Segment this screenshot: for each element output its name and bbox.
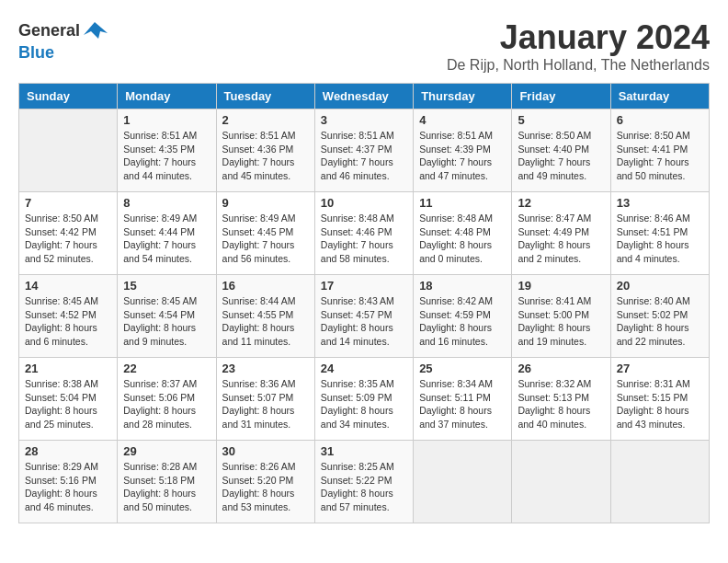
day-number: 18 (419, 279, 506, 293)
day-info: Sunrise: 8:49 AMSunset: 4:44 PMDaylight:… (123, 212, 210, 266)
day-number: 25 (419, 362, 506, 375)
calendar-cell: 16 Sunrise: 8:44 AMSunset: 4:55 PMDaylig… (216, 275, 314, 358)
calendar-cell: 15 Sunrise: 8:45 AMSunset: 4:54 PMDaylig… (118, 275, 216, 358)
day-info: Sunrise: 8:49 AMSunset: 4:45 PMDaylight:… (222, 212, 309, 266)
calendar-cell: 11 Sunrise: 8:48 AMSunset: 4:48 PMDaylig… (414, 192, 512, 275)
calendar-cell: 12 Sunrise: 8:47 AMSunset: 4:49 PMDaylig… (512, 192, 610, 275)
day-info: Sunrise: 8:50 AMSunset: 4:40 PMDaylight:… (518, 129, 604, 183)
calendar-cell: 18 Sunrise: 8:42 AMSunset: 4:59 PMDaylig… (414, 275, 512, 358)
day-number: 28 (25, 444, 111, 458)
day-number: 4 (419, 113, 506, 127)
day-number: 26 (518, 362, 604, 375)
calendar-cell (512, 441, 610, 523)
calendar-cell: 29 Sunrise: 8:28 AMSunset: 5:18 PMDaylig… (118, 441, 216, 523)
day-info: Sunrise: 8:25 AMSunset: 5:22 PMDaylight:… (321, 460, 407, 514)
day-info: Sunrise: 8:36 AMSunset: 5:07 PMDaylight:… (222, 377, 309, 431)
header-area: General Blue January 2024 De Rijp, North… (18, 18, 710, 74)
calendar-table: SundayMondayTuesdayWednesdayThursdayFrid… (18, 83, 710, 523)
calendar-cell: 22 Sunrise: 8:37 AMSunset: 5:06 PMDaylig… (118, 358, 216, 441)
day-number: 20 (617, 279, 703, 293)
day-number: 22 (123, 362, 210, 375)
calendar-cell: 26 Sunrise: 8:32 AMSunset: 5:13 PMDaylig… (512, 358, 610, 441)
calendar-cell: 20 Sunrise: 8:40 AMSunset: 5:02 PMDaylig… (610, 275, 709, 358)
calendar-cell: 19 Sunrise: 8:41 AMSunset: 5:00 PMDaylig… (512, 275, 610, 358)
week-row-4: 21 Sunrise: 8:38 AMSunset: 5:04 PMDaylig… (19, 358, 710, 441)
day-number: 5 (518, 113, 604, 127)
day-number: 24 (321, 362, 407, 375)
day-number: 13 (617, 196, 703, 210)
day-info: Sunrise: 8:50 AMSunset: 4:42 PMDaylight:… (25, 212, 111, 266)
calendar-cell: 1 Sunrise: 8:51 AMSunset: 4:35 PMDayligh… (118, 109, 216, 192)
day-number: 1 (123, 113, 210, 127)
day-info: Sunrise: 8:48 AMSunset: 4:48 PMDaylight:… (419, 212, 506, 266)
day-number: 17 (321, 279, 407, 293)
day-number: 31 (321, 444, 407, 458)
calendar-cell: 6 Sunrise: 8:50 AMSunset: 4:41 PMDayligh… (610, 109, 709, 192)
logo-bird-icon (82, 18, 108, 44)
calendar-cell: 13 Sunrise: 8:46 AMSunset: 4:51 PMDaylig… (610, 192, 709, 275)
title-area: January 2024 De Rijp, North Holland, The… (447, 18, 710, 74)
day-number: 27 (617, 362, 703, 375)
svg-marker-0 (84, 22, 108, 39)
calendar-cell (610, 441, 709, 523)
week-row-2: 7 Sunrise: 8:50 AMSunset: 4:42 PMDayligh… (19, 192, 710, 275)
day-info: Sunrise: 8:45 AMSunset: 4:52 PMDaylight:… (25, 294, 111, 349)
day-number: 10 (321, 196, 407, 210)
day-info: Sunrise: 8:43 AMSunset: 4:57 PMDaylight:… (321, 294, 407, 349)
weekday-header-thursday: Thursday (414, 84, 512, 109)
week-row-5: 28 Sunrise: 8:29 AMSunset: 5:16 PMDaylig… (19, 441, 710, 523)
calendar-cell: 23 Sunrise: 8:36 AMSunset: 5:07 PMDaylig… (216, 358, 314, 441)
day-number: 23 (222, 362, 309, 375)
day-number: 30 (222, 444, 309, 458)
day-info: Sunrise: 8:28 AMSunset: 5:18 PMDaylight:… (123, 460, 210, 514)
day-info: Sunrise: 8:38 AMSunset: 5:04 PMDaylight:… (25, 377, 111, 431)
day-info: Sunrise: 8:29 AMSunset: 5:16 PMDaylight:… (25, 460, 111, 514)
weekday-header-friday: Friday (512, 84, 610, 109)
calendar-cell: 27 Sunrise: 8:31 AMSunset: 5:15 PMDaylig… (610, 358, 709, 441)
calendar-cell: 30 Sunrise: 8:26 AMSunset: 5:20 PMDaylig… (216, 441, 314, 523)
calendar-cell: 2 Sunrise: 8:51 AMSunset: 4:36 PMDayligh… (216, 109, 314, 192)
calendar-cell: 25 Sunrise: 8:34 AMSunset: 5:11 PMDaylig… (414, 358, 512, 441)
calendar-cell (414, 441, 512, 523)
day-info: Sunrise: 8:46 AMSunset: 4:51 PMDaylight:… (617, 212, 703, 266)
weekday-header-tuesday: Tuesday (216, 84, 314, 109)
calendar-cell: 31 Sunrise: 8:25 AMSunset: 5:22 PMDaylig… (314, 441, 413, 523)
calendar-cell: 17 Sunrise: 8:43 AMSunset: 4:57 PMDaylig… (314, 275, 413, 358)
calendar-cell: 3 Sunrise: 8:51 AMSunset: 4:37 PMDayligh… (314, 109, 413, 192)
logo-text-general: General (18, 22, 80, 40)
day-info: Sunrise: 8:32 AMSunset: 5:13 PMDaylight:… (518, 377, 604, 431)
calendar-cell: 14 Sunrise: 8:45 AMSunset: 4:52 PMDaylig… (19, 275, 118, 358)
calendar-cell: 8 Sunrise: 8:49 AMSunset: 4:44 PMDayligh… (118, 192, 216, 275)
day-info: Sunrise: 8:47 AMSunset: 4:49 PMDaylight:… (518, 212, 604, 266)
day-number: 3 (321, 113, 407, 127)
day-number: 29 (123, 444, 210, 458)
day-info: Sunrise: 8:48 AMSunset: 4:46 PMDaylight:… (321, 212, 407, 266)
day-info: Sunrise: 8:34 AMSunset: 5:11 PMDaylight:… (419, 377, 506, 431)
day-number: 2 (222, 113, 309, 127)
day-number: 15 (123, 279, 210, 293)
calendar-cell: 9 Sunrise: 8:49 AMSunset: 4:45 PMDayligh… (216, 192, 314, 275)
calendar-cell: 24 Sunrise: 8:35 AMSunset: 5:09 PMDaylig… (314, 358, 413, 441)
day-info: Sunrise: 8:51 AMSunset: 4:39 PMDaylight:… (419, 129, 506, 183)
week-row-3: 14 Sunrise: 8:45 AMSunset: 4:52 PMDaylig… (19, 275, 710, 358)
calendar-cell (19, 109, 118, 192)
weekday-header-sunday: Sunday (19, 84, 118, 109)
day-info: Sunrise: 8:45 AMSunset: 4:54 PMDaylight:… (123, 294, 210, 349)
logo-text-blue: Blue (18, 43, 54, 62)
week-row-1: 1 Sunrise: 8:51 AMSunset: 4:35 PMDayligh… (19, 109, 710, 192)
calendar-cell: 28 Sunrise: 8:29 AMSunset: 5:16 PMDaylig… (19, 441, 118, 523)
day-number: 14 (25, 279, 111, 293)
day-number: 16 (222, 279, 309, 293)
day-info: Sunrise: 8:42 AMSunset: 4:59 PMDaylight:… (419, 294, 506, 349)
day-number: 8 (123, 196, 210, 210)
calendar-cell: 5 Sunrise: 8:50 AMSunset: 4:40 PMDayligh… (512, 109, 610, 192)
day-info: Sunrise: 8:44 AMSunset: 4:55 PMDaylight:… (222, 294, 309, 349)
day-info: Sunrise: 8:50 AMSunset: 4:41 PMDaylight:… (617, 129, 703, 183)
calendar-cell: 7 Sunrise: 8:50 AMSunset: 4:42 PMDayligh… (19, 192, 118, 275)
weekday-header-saturday: Saturday (610, 84, 709, 109)
logo: General Blue (18, 18, 108, 63)
day-info: Sunrise: 8:37 AMSunset: 5:06 PMDaylight:… (123, 377, 210, 431)
location-title: De Rijp, North Holland, The Netherlands (447, 57, 710, 74)
day-info: Sunrise: 8:26 AMSunset: 5:20 PMDaylight:… (222, 460, 309, 514)
day-info: Sunrise: 8:41 AMSunset: 5:00 PMDaylight:… (518, 294, 604, 349)
